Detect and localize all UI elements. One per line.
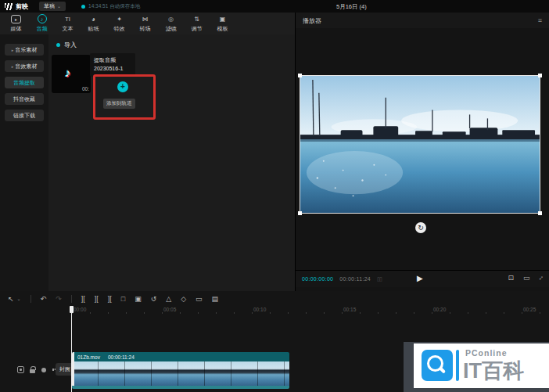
audio-icon: ♪: [38, 14, 47, 23]
titlebar: 剪映 草稿 ⌄ 14:34:51 自动保存本地 5月16日 (4): [0, 0, 549, 13]
expand-arrow-icon: ▸: [12, 64, 14, 69]
audio-clip-name: 提取音频 20230516-1: [90, 53, 135, 77]
sidebar-item-music-material[interactable]: ▸ 音乐素材: [5, 44, 44, 56]
time-ruler[interactable]: 00:00 00:05 00:10 00:15 00:20 00:25: [0, 306, 549, 316]
tab-template[interactable]: ▣ 模板: [210, 15, 235, 33]
clip-duration: 00:00:11:24: [108, 354, 135, 360]
video-track-clip[interactable]: 01Zb.mov 00:00:11:24: [72, 352, 289, 389]
freeze-frame-icon[interactable]: ▣: [135, 295, 142, 303]
lock-track-icon[interactable]: [29, 366, 36, 373]
delete-icon[interactable]: □: [121, 295, 125, 303]
select-cursor-icon[interactable]: ↖: [8, 295, 14, 303]
sticker-icon: ◕: [88, 15, 99, 23]
undo-icon[interactable]: ↶: [41, 295, 47, 303]
capcut-window: 剪映 草稿 ⌄ 14:34:51 自动保存本地 5月16日 (4) ▸ 媒体 ♪…: [0, 0, 549, 392]
audio-clip-thumbnail[interactable]: ♪ 00:: [52, 55, 91, 93]
timeline-toolbar: ↖ ⌄ ↶ ↷ ][ ][ ][ □ ▣ ↺ △ ◇ ▭ ▤: [0, 291, 549, 306]
ruler-label: 00:20: [433, 307, 446, 312]
tab-audio[interactable]: ♪ 音频: [29, 14, 55, 33]
filter-icon: ◎: [166, 15, 176, 23]
rotate-handle-icon[interactable]: ↻: [415, 222, 426, 233]
split-right-icon[interactable]: ][: [108, 295, 112, 303]
adjust-icon: ⇅: [192, 15, 202, 23]
import-label: 导入: [64, 41, 77, 49]
chevron-down-icon[interactable]: ⌄: [17, 295, 21, 303]
highlight-annotation-box: [93, 74, 156, 120]
aspect-ratio-icon[interactable]: ▭: [523, 274, 530, 282]
split-icon[interactable]: ][: [81, 295, 85, 303]
tab-filter[interactable]: ◎ 滤镜: [158, 15, 184, 33]
frame-step-icon[interactable]: ▯▯: [377, 276, 382, 282]
playhead-line[interactable]: [71, 306, 72, 392]
current-time: 00:00:00:00: [302, 276, 333, 282]
project-title: 5月16日 (4): [336, 3, 367, 11]
draft-menu-button[interactable]: 草稿 ⌄: [39, 2, 66, 11]
snapshot-icon[interactable]: ⊡: [508, 274, 514, 282]
matting-icon[interactable]: ▤: [212, 295, 219, 303]
player-title: 播放器: [303, 16, 321, 25]
ruler-ticks: [72, 312, 546, 314]
selection-handle[interactable]: [298, 74, 302, 77]
text-icon: TI: [63, 15, 73, 23]
selection-handle[interactable]: [298, 211, 302, 215]
import-panel: 导入 ♪ 00: 提取音频 20230516-1 + 添加到轨道: [48, 34, 295, 291]
tab-text[interactable]: TI 文本: [55, 15, 81, 33]
import-section-header[interactable]: 导入: [56, 41, 77, 49]
redo-icon[interactable]: ↷: [56, 295, 62, 303]
effects-icon: ✦: [114, 15, 124, 23]
template-icon: ▣: [217, 15, 228, 23]
clip-duration-label: 00:: [82, 86, 89, 92]
mirror-icon[interactable]: △: [166, 295, 171, 303]
autosave-dot-icon: [81, 5, 85, 9]
split-left-icon[interactable]: ][: [95, 295, 99, 303]
ruler-label: 00:05: [163, 307, 176, 312]
crop-icon[interactable]: ▭: [196, 295, 203, 303]
toolbar-divider: [71, 295, 72, 303]
media-icon: ▸: [11, 15, 21, 23]
fullscreen-icon[interactable]: ↕: [537, 274, 545, 282]
capcut-logo-icon: [5, 3, 13, 10]
sidebar-item-audio-extract[interactable]: 音频提取: [5, 77, 44, 88]
player-panel: 播放器 ≡: [296, 13, 549, 291]
audio-sidebar: ▸ 音乐素材 ▸ 音效素材 音频提取 抖音收藏 链接下载: [0, 34, 48, 291]
watermark: PConline IT百科: [404, 342, 549, 392]
watermark-card: PConline IT百科: [414, 343, 549, 388]
chevron-down-icon: ⌄: [57, 5, 61, 8]
sidebar-item-douyin-favorites[interactable]: 抖音收藏: [5, 93, 44, 105]
toolbar-divider: [30, 295, 31, 303]
ruler-label: 00:15: [343, 307, 356, 312]
player-controls: 00:00:00:00 00:00:11:24 ▯▯ ▶ ⊡ ▭ ↕: [296, 270, 549, 287]
import-dot-icon: [56, 43, 60, 47]
rotate-icon[interactable]: ◇: [181, 295, 186, 303]
app-name: 剪映: [16, 2, 28, 11]
preview-video: [300, 76, 540, 213]
hide-track-icon[interactable]: [41, 366, 48, 373]
tab-transition[interactable]: ⋈ 转场: [132, 15, 158, 33]
record-icon[interactable]: [17, 366, 24, 373]
clip-header: 01Zb.mov 00:00:11:24: [72, 352, 289, 361]
add-to-track-tooltip: 添加到轨道: [103, 99, 135, 109]
clip-thumbnail-strip: [72, 361, 289, 386]
tab-effects[interactable]: ✦ 特效: [106, 15, 132, 33]
ruler-label: 00:00: [74, 307, 86, 312]
tab-media[interactable]: ▸ 媒体: [3, 15, 29, 33]
autosave-text: 14:34:51 自动保存本地: [88, 3, 140, 10]
ribbon-tabbar: ▸ 媒体 ♪ 音频 TI 文本 ◕ 贴纸 ✦ 特效 ⋈ 转场 ◎ 滤镜 ⇅ 调节: [0, 13, 295, 34]
ruler-label: 00:10: [253, 307, 266, 312]
track-controls: [17, 366, 59, 373]
page-flip-icon: [456, 350, 459, 381]
sidebar-item-sound-effects[interactable]: ▸ 音效素材: [5, 60, 44, 72]
reverse-icon[interactable]: ↺: [151, 295, 157, 303]
tab-adjust[interactable]: ⇅ 调节: [184, 15, 210, 33]
tab-sticker[interactable]: ◕ 贴纸: [81, 15, 106, 33]
player-right-controls: ⊡ ▭ ↕: [508, 274, 543, 282]
video-viewport[interactable]: [300, 75, 540, 214]
draft-menu-label: 草稿: [44, 2, 55, 10]
play-button[interactable]: ▶: [417, 274, 423, 282]
player-menu-icon[interactable]: ≡: [538, 16, 542, 24]
sidebar-item-link-download[interactable]: 链接下载: [5, 110, 44, 121]
tiktok-note-icon: ♪: [65, 66, 71, 79]
selection-handle[interactable]: [538, 74, 542, 77]
watermark-site-name: IT百科: [463, 357, 524, 385]
selection-handle[interactable]: [538, 211, 542, 215]
